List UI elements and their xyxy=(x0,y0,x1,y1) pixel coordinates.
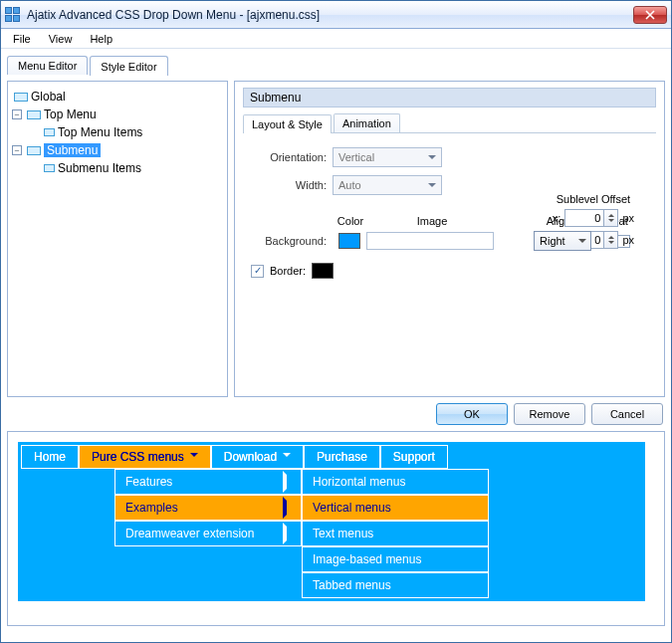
menu-icon xyxy=(27,110,41,119)
properties-pane: Submenu Layout & Style Animation Orienta… xyxy=(234,81,665,397)
color-header: Color xyxy=(333,215,368,227)
section-title: Submenu xyxy=(243,88,656,107)
cancel-button[interactable]: Cancel xyxy=(591,403,663,425)
menu-file[interactable]: File xyxy=(5,32,39,46)
tree-node-global[interactable]: Global xyxy=(12,88,223,106)
sub-features[interactable]: Features xyxy=(114,469,302,495)
tab-menu-editor[interactable]: Menu Editor xyxy=(7,56,88,75)
nav-label: Features xyxy=(125,475,172,489)
nav-home[interactable]: Home xyxy=(21,445,79,469)
sub-tabstrip: Layout & Style Animation xyxy=(243,113,656,133)
tree-pane[interactable]: Global − Top Menu Top Menu Items − Subme… xyxy=(7,81,228,397)
sub-horizontal[interactable]: Horizontal menus xyxy=(302,469,489,495)
width-combo[interactable]: Auto xyxy=(333,175,442,195)
orientation-label: Orientation: xyxy=(251,151,327,163)
tree-label: Submenu Items xyxy=(58,161,141,175)
combo-value: Right xyxy=(540,235,565,247)
nav-label: Image-based menus xyxy=(313,552,421,566)
image-header: Image xyxy=(368,215,496,227)
chevron-down-icon xyxy=(190,450,198,464)
border-color-swatch[interactable] xyxy=(312,263,334,279)
nav-download[interactable]: Download xyxy=(211,445,304,469)
chevron-right-icon xyxy=(283,501,291,515)
nav-label: Pure CSS menus xyxy=(92,450,184,464)
window-title: Ajatix Advanced CSS Drop Down Menu - [aj… xyxy=(27,8,633,22)
nav-label: Examples xyxy=(125,501,178,515)
menu-preview: Home Pure CSS menus Download Purchase Su… xyxy=(7,431,665,626)
ok-button[interactable]: OK xyxy=(436,403,508,425)
tree-node-top-menu-items[interactable]: Top Menu Items xyxy=(42,123,223,141)
dialog-window: Ajatix Advanced CSS Drop Down Menu - [aj… xyxy=(0,0,672,643)
tree-node-top-menu[interactable]: − Top Menu xyxy=(12,106,223,123)
app-icon xyxy=(5,7,21,23)
nav-label: Text menus xyxy=(313,527,373,540)
orientation-combo[interactable]: Vertical xyxy=(333,147,442,167)
unit-px: px xyxy=(622,234,634,246)
background-row: Background: Right xyxy=(251,231,648,251)
titlebar[interactable]: Ajatix Advanced CSS Drop Down Menu - [aj… xyxy=(1,1,671,29)
sub-dreamweaver[interactable]: Dreamweaver extension xyxy=(114,521,302,546)
nav-label: Home xyxy=(34,450,66,464)
background-image-field[interactable] xyxy=(366,232,494,250)
collapse-icon[interactable]: − xyxy=(12,145,22,155)
content-area: Menu Editor Style Editor Global − Top Me… xyxy=(1,49,671,642)
border-checkbox[interactable] xyxy=(251,265,264,278)
chevron-down-icon xyxy=(283,450,291,464)
submenu-col2: Horizontal menus Vertical menus Text men… xyxy=(302,469,489,598)
nav-label: Download xyxy=(224,450,277,464)
sub-examples[interactable]: Examples xyxy=(114,495,302,521)
nav-support[interactable]: Support xyxy=(380,445,448,469)
nav-pure-css[interactable]: Pure CSS menus xyxy=(79,445,211,469)
border-row: Border: xyxy=(251,263,648,279)
nav-label: Vertical menus xyxy=(313,501,391,515)
submenu-icon xyxy=(44,128,55,136)
nav-label: Dreamweaver extension xyxy=(125,527,254,540)
dialog-buttons: OK Remove Cancel xyxy=(7,403,665,425)
align-combo[interactable]: Right xyxy=(534,231,591,251)
menu-view[interactable]: View xyxy=(41,32,81,46)
tab-style-editor[interactable]: Style Editor xyxy=(90,56,167,76)
sub-image[interactable]: Image-based menus xyxy=(302,546,489,572)
menubar: File View Help xyxy=(1,29,671,49)
combo-value: Auto xyxy=(338,179,361,191)
subtab-animation[interactable]: Animation xyxy=(334,113,400,132)
editor-panels: Global − Top Menu Top Menu Items − Subme… xyxy=(7,81,665,397)
tree-node-submenu-items[interactable]: Submenu Items xyxy=(42,159,223,177)
tree-label: Top Menu Items xyxy=(58,125,142,139)
form-body: Orientation: Vertical Width: Auto Sublev… xyxy=(243,143,656,279)
x-spinner[interactable] xyxy=(564,209,618,227)
main-tabstrip: Menu Editor Style Editor xyxy=(7,53,665,75)
combo-value: Vertical xyxy=(338,151,374,163)
background-label: Background: xyxy=(251,235,327,247)
sub-tabbed[interactable]: Tabbed menus xyxy=(302,572,489,598)
preview-top-row: Home Pure CSS menus Download Purchase Su… xyxy=(21,445,642,469)
sublevel-title: Sublevel Offset xyxy=(553,193,634,205)
background-color-swatch[interactable] xyxy=(338,233,360,249)
width-label: Width: xyxy=(251,179,327,191)
tree-label-selected: Submenu xyxy=(44,143,101,157)
menu-icon xyxy=(27,146,41,155)
sub-text[interactable]: Text menus xyxy=(302,521,489,546)
chevron-right-icon xyxy=(283,475,291,489)
nav-label: Support xyxy=(393,450,435,464)
submenu-col1: Features Examples Dreamweaver extension xyxy=(114,469,302,598)
menu-icon xyxy=(14,93,28,102)
sub-vertical[interactable]: Vertical menus xyxy=(302,495,489,521)
subtab-layout-style[interactable]: Layout & Style xyxy=(243,114,332,133)
close-icon[interactable] xyxy=(633,6,667,24)
nav-label: Tabbed menus xyxy=(313,578,391,592)
preview-menu: Home Pure CSS menus Download Purchase Su… xyxy=(18,442,645,601)
preview-sub-row: Features Examples Dreamweaver extension … xyxy=(21,469,642,598)
spinner-arrows[interactable] xyxy=(604,231,618,249)
spinner-arrows[interactable] xyxy=(604,209,618,227)
nav-purchase[interactable]: Purchase xyxy=(304,445,380,469)
nav-label: Horizontal menus xyxy=(313,475,405,489)
remove-button[interactable]: Remove xyxy=(514,403,585,425)
collapse-icon[interactable]: − xyxy=(12,109,22,119)
chevron-right-icon xyxy=(283,527,291,540)
tree-label: Top Menu xyxy=(44,107,97,121)
x-input[interactable] xyxy=(564,209,604,227)
tree-label: Global xyxy=(31,90,66,104)
tree-node-submenu[interactable]: − Submenu xyxy=(12,141,223,159)
menu-help[interactable]: Help xyxy=(82,32,120,46)
